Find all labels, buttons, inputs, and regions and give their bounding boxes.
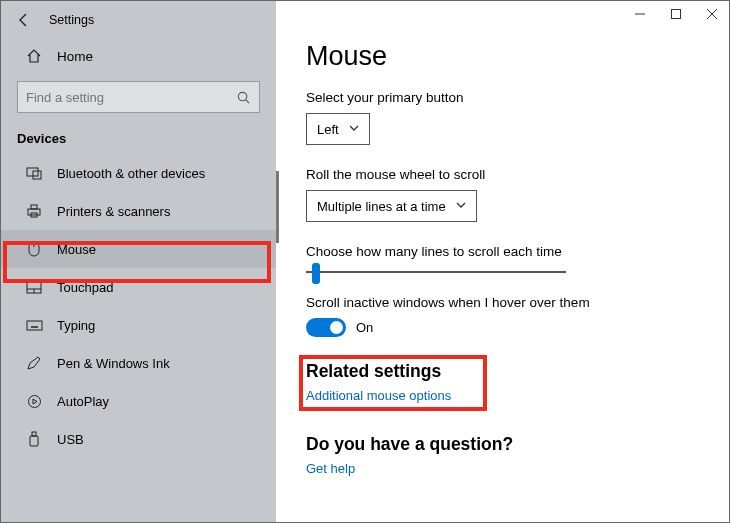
autoplay-icon bbox=[25, 392, 43, 410]
sidebar-section-heading: Devices bbox=[1, 123, 276, 154]
sidebar-item-label: Pen & Windows Ink bbox=[57, 356, 170, 371]
sidebar-item-label: Touchpad bbox=[57, 280, 113, 295]
devices-icon bbox=[25, 164, 43, 182]
sidebar-item-printers[interactable]: Printers & scanners bbox=[1, 192, 276, 230]
svg-rect-20 bbox=[30, 436, 38, 446]
sidebar-home[interactable]: Home bbox=[1, 35, 276, 73]
svg-rect-4 bbox=[28, 209, 40, 215]
sidebar-item-label: Printers & scanners bbox=[57, 204, 170, 219]
inactive-toggle[interactable] bbox=[306, 318, 346, 337]
sidebar-item-touchpad[interactable]: Touchpad bbox=[1, 268, 276, 306]
printer-icon bbox=[25, 202, 43, 220]
svg-point-18 bbox=[28, 395, 40, 407]
mouse-icon bbox=[25, 240, 43, 258]
lines-label: Choose how many lines to scroll each tim… bbox=[306, 244, 729, 259]
sidebar-item-pen[interactable]: Pen & Windows Ink bbox=[1, 344, 276, 382]
sidebar-item-label: Typing bbox=[57, 318, 95, 333]
sidebar-home-label: Home bbox=[57, 49, 93, 64]
keyboard-icon bbox=[25, 316, 43, 334]
close-button[interactable] bbox=[705, 7, 719, 21]
related-heading: Related settings bbox=[306, 361, 729, 382]
chevron-down-icon bbox=[456, 201, 466, 211]
svg-rect-12 bbox=[27, 321, 42, 330]
search-input[interactable] bbox=[26, 90, 217, 105]
svg-rect-22 bbox=[672, 10, 681, 19]
page-title: Mouse bbox=[306, 41, 729, 72]
back-button[interactable] bbox=[15, 11, 33, 29]
wheel-scroll-label: Roll the mouse wheel to scroll bbox=[306, 167, 729, 182]
pen-icon bbox=[25, 354, 43, 372]
get-help-link[interactable]: Get help bbox=[306, 461, 355, 476]
usb-icon bbox=[25, 430, 43, 448]
sidebar-item-bluetooth[interactable]: Bluetooth & other devices bbox=[1, 154, 276, 192]
touchpad-icon bbox=[25, 278, 43, 296]
svg-rect-3 bbox=[33, 171, 41, 179]
inactive-label: Scroll inactive windows when I hover ove… bbox=[306, 295, 729, 310]
sidebar-item-label: Mouse bbox=[57, 242, 96, 257]
wheel-scroll-value: Multiple lines at a time bbox=[317, 199, 446, 214]
wheel-scroll-dropdown[interactable]: Multiple lines at a time bbox=[306, 190, 477, 222]
sidebar-item-mouse[interactable]: Mouse bbox=[1, 230, 276, 268]
inactive-value: On bbox=[356, 320, 373, 335]
primary-button-label: Select your primary button bbox=[306, 90, 729, 105]
chevron-down-icon bbox=[349, 124, 359, 134]
svg-rect-19 bbox=[32, 432, 36, 436]
svg-line-1 bbox=[246, 99, 249, 102]
question-heading: Do you have a question? bbox=[306, 434, 729, 455]
home-icon bbox=[25, 47, 43, 65]
svg-rect-5 bbox=[31, 205, 37, 209]
sidebar-item-usb[interactable]: USB bbox=[1, 420, 276, 458]
lines-slider[interactable] bbox=[306, 271, 566, 273]
svg-point-0 bbox=[238, 92, 246, 100]
minimize-button[interactable] bbox=[633, 7, 647, 21]
scroll-indicator bbox=[276, 171, 279, 243]
sidebar-item-typing[interactable]: Typing bbox=[1, 306, 276, 344]
search-box[interactable] bbox=[17, 81, 260, 113]
sidebar-item-autoplay[interactable]: AutoPlay bbox=[1, 382, 276, 420]
maximize-button[interactable] bbox=[669, 7, 683, 21]
primary-button-dropdown[interactable]: Left bbox=[306, 113, 370, 145]
additional-mouse-options-link[interactable]: Additional mouse options bbox=[306, 388, 451, 403]
primary-button-value: Left bbox=[317, 122, 339, 137]
sidebar-item-label: AutoPlay bbox=[57, 394, 109, 409]
app-title: Settings bbox=[49, 13, 94, 27]
sidebar-item-label: Bluetooth & other devices bbox=[57, 166, 205, 181]
slider-thumb[interactable] bbox=[312, 263, 320, 284]
sidebar-item-label: USB bbox=[57, 432, 84, 447]
search-icon bbox=[236, 90, 251, 105]
